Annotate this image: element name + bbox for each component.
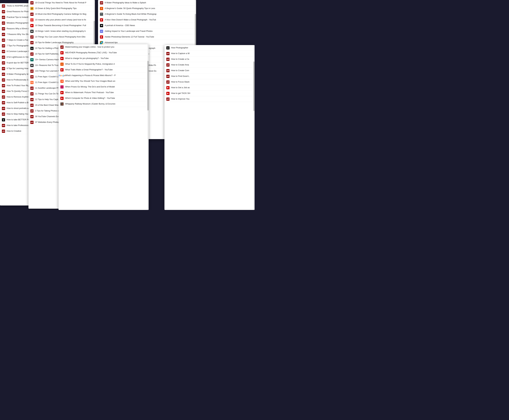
favicon-icon: ⊕	[61, 80, 64, 83]
favicon-icon: Google	[61, 74, 64, 77]
favicon-icon: ◉	[30, 30, 34, 33]
favicon-icon: UP	[100, 30, 103, 33]
item-label: How to Create Com	[171, 69, 189, 72]
list-item[interactable]: ▶How to Get a Job as	[164, 85, 255, 90]
favicon-icon: dR	[166, 69, 169, 72]
list-item[interactable]: ▶Adobe Photoshop Elements 12 Full Tutori…	[98, 34, 196, 40]
favicon-icon: dR	[100, 1, 103, 4]
favicon-icon: dR	[2, 27, 5, 30]
list-item[interactable]: ▶How to get TACK SH	[164, 90, 255, 96]
item-label: How to Create Ama	[171, 63, 189, 66]
item-label: When and Why You Should Turn Your Images…	[65, 80, 115, 82]
favicon-icon: dR	[30, 104, 34, 107]
list-item[interactable]: ⚠A Beginner's Guide: 50 Quick Photograph…	[98, 6, 196, 11]
favicon-icon: dR	[166, 52, 169, 55]
item-label: How to Get a Job as	[171, 86, 190, 89]
item-label: WEATHER Photography Reviews (T&C LIVE) -…	[65, 51, 117, 54]
list-item[interactable]: dRHow to Find Good L	[164, 74, 255, 79]
item-label: 10 Must-Use Bird Photography Camera Sett…	[35, 13, 86, 15]
favicon-icon: SP	[30, 7, 34, 10]
favicon-icon: ▶	[61, 51, 64, 54]
item-label: A Beginner's Guide To Doing Black And Wh…	[105, 13, 156, 15]
item-label: How to Find Good L	[171, 75, 190, 78]
list-item[interactable]: ⚠What To Do If You're Stopped By Police,…	[59, 61, 149, 67]
favicon-icon: dR	[2, 84, 5, 87]
item-label: How to Focus-Stack	[171, 81, 190, 83]
list-item[interactable]: ■How Photographer	[164, 45, 255, 51]
list-item[interactable]: dRHow to Create a Ca	[164, 56, 255, 62]
list-item[interactable]: SP10 Down & Dirty Quick Bird Photography…	[29, 6, 95, 11]
item-label: How to Capture a W	[171, 52, 190, 55]
panel5-list: ■How PhotographerdRHow to Capture a WdRH…	[164, 45, 255, 102]
list-item[interactable]: 🚂Whippany Railway Museum | Easter Bunny,…	[59, 101, 149, 107]
list-item[interactable]: tr10 reasons why your photos aren't shar…	[29, 17, 95, 23]
item-label: When to Watermark: Picture This! Podcast…	[65, 91, 114, 94]
favicon-icon: ▶	[100, 35, 103, 38]
favicon-icon: dR	[30, 41, 34, 44]
list-item[interactable]: ▶A Nice View Doesn't Make a Great Photog…	[98, 17, 196, 23]
list-item[interactable]: dRWatermarking your images online - how …	[59, 44, 149, 50]
list-item[interactable]: dR10 Must-Use Bird Photography Camera Se…	[29, 11, 95, 17]
favicon-icon: dR	[166, 98, 169, 101]
list-item[interactable]: ▶Which Computer for Photo & Video Editin…	[59, 96, 149, 101]
item-label: 10 things I wish I knew when starting my…	[35, 30, 85, 33]
favicon-icon: ⚠	[100, 7, 103, 10]
favicon-icon: dR	[2, 61, 5, 65]
list-item[interactable]: ▶What Traits Make a Great Photographer? …	[59, 67, 149, 73]
item-label: What to charge for pro photography? - Yo…	[65, 57, 109, 60]
item-label: How to Create a Ca	[171, 58, 189, 60]
item-label: Which Computer for Photo & Video Editing…	[65, 97, 115, 100]
favicon-icon: ▶	[61, 68, 64, 71]
list-item[interactable]: dR10 Things You Can Learn About Photogra…	[29, 34, 95, 40]
list-item[interactable]: ▶WEATHER Photography Reviews (T&C LIVE) …	[59, 50, 149, 56]
list-item[interactable]: dR9 Water Photography Ideas to Make a Sp…	[98, 0, 196, 6]
favicon-icon: ▶	[61, 97, 64, 100]
favicon-icon: dR	[30, 98, 34, 101]
favicon-icon: dR	[30, 1, 34, 4]
list-item[interactable]: dR10 Crucial Things You Need to Think Ab…	[29, 0, 95, 6]
item-label: A portrait of America - CBS News	[105, 24, 135, 27]
favicon-icon: dR	[2, 96, 5, 99]
list-item[interactable]: dRHow to Create Ama	[164, 62, 255, 68]
item-label: How to get TACK SH	[171, 92, 190, 95]
item-label: 10 Down & Dirty Quick Bird Photography T…	[35, 7, 76, 10]
favicon-icon: ▶	[166, 86, 169, 89]
favicon-icon: ▶	[100, 18, 103, 22]
favicon-icon: ⚠	[61, 63, 64, 66]
favicon-icon: dR	[30, 87, 34, 90]
list-item[interactable]: dRHow to Create Com	[164, 68, 255, 74]
favicon-icon: dR	[2, 33, 5, 36]
favicon-icon: dR	[2, 44, 5, 47]
item-label: 10 Tips for Better Landscape Photography	[35, 41, 74, 44]
favicon-icon: dR	[166, 75, 169, 78]
favicon-icon: dR	[30, 75, 34, 78]
list-item[interactable]: 👁A portrait of America - CBS News	[98, 23, 196, 29]
list-item[interactable]: ♀When Poses Go Wrong: The Do's and Don't…	[59, 84, 149, 90]
favicon-icon: dR	[2, 4, 5, 8]
list-item[interactable]: 📷A Beginner's Guide To Doing Black And W…	[98, 11, 196, 17]
list-item[interactable]: UPAdding Impact to Your Landscape and Tr…	[98, 29, 196, 34]
list-item[interactable]: ⊕When and Why You Should Turn Your Image…	[59, 78, 149, 84]
favicon-icon: ▶	[166, 92, 169, 95]
item-label: What Traits Make a Great Photographer? -…	[65, 68, 113, 71]
item-label: What's happening to Picasa & Picasa Web …	[65, 74, 116, 77]
item-label: A Nice View Doesn't Make a Great Photogr…	[105, 18, 156, 21]
item-label: What To Do If You're Stopped By Police, …	[65, 63, 115, 65]
favicon-icon: ■	[2, 118, 5, 121]
list-item[interactable]: ▶What to charge for pro photography? - Y…	[59, 56, 149, 61]
list-item[interactable]: dRHow to Capture a W	[164, 51, 255, 56]
list-item[interactable]: ▶When to Watermark: Picture This! Podcas…	[59, 90, 149, 96]
list-item[interactable]: ◉10 things I wish I knew when starting m…	[29, 29, 95, 34]
favicon-icon: FS	[30, 81, 34, 84]
favicon-icon: dR	[30, 35, 34, 38]
list-item[interactable]: GoogleWhat's happening to Picasa & Picas…	[59, 73, 149, 78]
favicon-icon: ■	[30, 47, 34, 50]
list-item[interactable]: dRHow to Focus-Stack	[164, 79, 255, 85]
favicon-icon: dR	[2, 130, 5, 133]
list-item[interactable]: ▶10 Steps Towards Becoming A Great Photo…	[29, 23, 95, 29]
favicon-icon: dR	[30, 121, 34, 124]
item-label: How to Creative	[7, 130, 21, 133]
favicon-icon: dR	[2, 90, 5, 93]
list-item[interactable]: dRHow to Improve You	[164, 96, 255, 102]
favicon-icon: dR	[2, 22, 5, 25]
